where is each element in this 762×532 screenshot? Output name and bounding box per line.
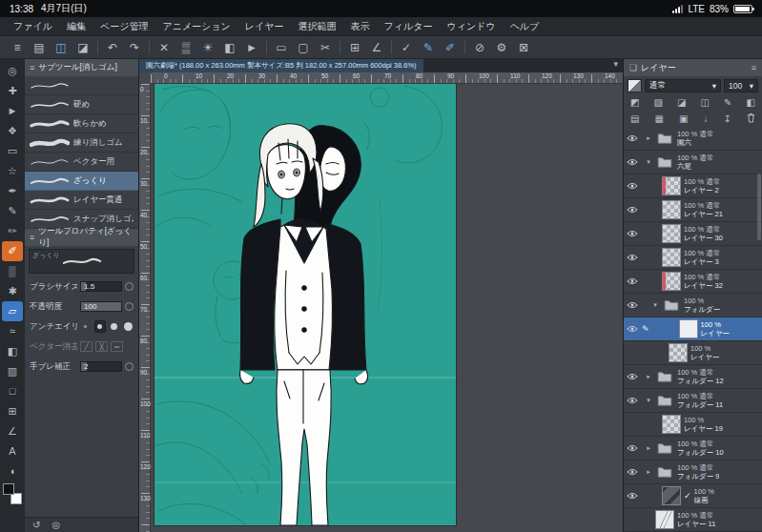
eye-icon[interactable]	[627, 492, 639, 500]
slider-options-icon[interactable]	[125, 362, 134, 371]
property-slider[interactable]: 100	[80, 301, 122, 312]
layer-row[interactable]: ✓100 %線画	[624, 484, 762, 508]
transfer-down-icon[interactable]: ↓	[704, 113, 709, 124]
layer-row[interactable]: ▸100 % 通常フォルダー 9	[624, 460, 762, 484]
stabilization-row[interactable]: 手ブレ補正2	[25, 357, 138, 377]
layer-row[interactable]: ▸100 % 通常フォルダー 10	[624, 437, 762, 460]
text-tool[interactable]: A	[2, 441, 23, 461]
eye-icon[interactable]	[627, 134, 639, 142]
expand-arrow-icon[interactable]: ▸	[645, 373, 652, 380]
clear-outside-selection-icon[interactable]: ▒	[178, 38, 194, 57]
subtool-item[interactable]: 軟らかめ	[25, 114, 138, 133]
menu-item[interactable]: ヘルプ	[510, 20, 540, 33]
panel-menu-icon[interactable]: ≡	[752, 63, 756, 72]
blend-mode-select[interactable]: 通常▾	[645, 79, 721, 92]
vector-erase-row[interactable]: ベクター消去╱╳═	[25, 337, 138, 357]
layer-row[interactable]: 100 % 通常レイヤー 21	[624, 198, 762, 222]
lock-transparent-pixels-icon[interactable]: ▨	[654, 97, 663, 108]
layer-row[interactable]: ▾100 % 通常フォルダー 11	[624, 389, 762, 413]
snap-angle-icon[interactable]: ∠	[369, 38, 384, 57]
eye-icon[interactable]	[627, 254, 639, 261]
layer-row[interactable]: ▸100 % 通常フォルダー 12	[624, 365, 762, 389]
expand-arrow-icon[interactable]: ▸	[645, 134, 652, 142]
gradient-tool[interactable]: ▥	[2, 361, 23, 381]
panel-menu-icon[interactable]: ≡	[30, 63, 34, 72]
new-raster-layer-icon[interactable]: ▤	[630, 113, 639, 124]
vector-erase-option-icon[interactable]: ╱	[80, 341, 93, 352]
reset-view-icon[interactable]: ↺	[32, 520, 40, 530]
spread-view-icon[interactable]: ◫	[53, 38, 69, 57]
anti-aliasing-option[interactable]	[122, 320, 134, 333]
artboard[interactable]	[154, 84, 456, 525]
airbrush-tool[interactable]: ▒	[2, 261, 23, 281]
eye-icon[interactable]	[627, 373, 639, 380]
layer-scrollbar[interactable]	[757, 174, 761, 240]
collapse-arrow-icon[interactable]: ▾	[645, 397, 652, 404]
brush-correct-icon[interactable]: ✐	[443, 38, 458, 57]
mask-enable-icon[interactable]: ◫	[701, 97, 710, 108]
snap-ruler-icon[interactable]: ⊞	[347, 38, 362, 57]
eye-icon[interactable]	[627, 444, 639, 452]
vector-erase-option-icon[interactable]: ╳	[95, 341, 108, 352]
menu-item[interactable]: 編集	[67, 20, 86, 33]
clip-to-below-icon[interactable]: ◩	[630, 97, 639, 108]
menu-item[interactable]: レイヤー	[245, 20, 284, 33]
menu-item[interactable]: 表示	[351, 20, 370, 33]
subtool-item[interactable]: 練り消しゴム	[25, 133, 138, 153]
brightness-icon[interactable]: ☀	[200, 38, 216, 57]
property-slider[interactable]: 2	[80, 361, 122, 372]
brush-tool[interactable]: ✐	[2, 241, 23, 261]
layer-row[interactable]: ▸100 % 通常園六	[624, 127, 762, 151]
figure-tool[interactable]: □	[2, 381, 23, 401]
collapse-arrow-icon[interactable]: ▾	[651, 301, 659, 309]
zoom-tool[interactable]: ◎	[2, 61, 23, 81]
anti-aliasing-option[interactable]	[94, 320, 106, 333]
eraser-tool[interactable]: ▱	[2, 301, 23, 321]
vector-check-icon[interactable]: ✓	[399, 38, 414, 57]
eye-icon[interactable]	[627, 277, 639, 285]
frame-border-tool[interactable]: ⊞	[2, 401, 23, 421]
menu-item[interactable]: ページ管理	[100, 20, 148, 33]
horizontal-ruler[interactable]: 0102030405060708090100110120130140	[151, 72, 623, 84]
anti-aliasing-option[interactable]	[80, 320, 92, 333]
settings-gear-icon[interactable]: ⚙	[494, 38, 509, 57]
decoration-tool[interactable]: ✱	[2, 281, 23, 301]
eye-icon[interactable]	[627, 230, 639, 237]
layer-row[interactable]: ▾100 %フォルダー	[624, 294, 762, 317]
zoom-nav-icon[interactable]: ◎	[51, 520, 60, 530]
merge-down-icon[interactable]: ↧	[724, 113, 731, 124]
opacity-row[interactable]: 不透明度100	[25, 297, 138, 317]
property-slider[interactable]: 1.5	[80, 281, 122, 292]
tab-list-chevron-icon[interactable]: ▾	[613, 59, 618, 69]
menu-item[interactable]: アニメーション	[162, 20, 230, 33]
eye-icon[interactable]	[627, 325, 639, 333]
crop-icon[interactable]: ✂	[318, 38, 333, 57]
fill-icon[interactable]: ◧	[222, 38, 237, 57]
color-swatches[interactable]	[2, 483, 23, 504]
eye-icon[interactable]	[627, 206, 639, 214]
expand-arrow-icon[interactable]: ▸	[645, 468, 652, 476]
move-view-tool[interactable]: ✚	[2, 81, 23, 101]
main-menu-icon[interactable]: ≡	[10, 38, 25, 57]
subtool-item[interactable]: ざっくり	[25, 172, 138, 191]
layer-color-icon[interactable]: ◧	[747, 97, 755, 108]
slider-options-icon[interactable]	[125, 282, 134, 291]
deselect-icon[interactable]: ▢	[296, 38, 311, 57]
menu-item[interactable]: ウィンドウ	[446, 20, 495, 33]
lock-layer-icon[interactable]: ◪	[677, 97, 686, 108]
vector-erase-option-icon[interactable]: ═	[111, 341, 123, 352]
expand-arrow-icon[interactable]: ▸	[645, 444, 652, 452]
collapse-arrow-icon[interactable]: ▾	[645, 158, 652, 166]
layer-row[interactable]: 100 % 通常レイヤー 3	[624, 246, 762, 270]
eye-icon[interactable]	[627, 468, 639, 476]
select-rect-icon[interactable]: ▭	[274, 38, 289, 57]
eye-icon[interactable]	[627, 397, 639, 404]
operation-tool[interactable]: ►	[2, 101, 23, 121]
layer-row[interactable]: 100 % 通常レイヤー 11	[624, 508, 762, 532]
layer-row[interactable]: ▾100 % 通常六尾	[624, 151, 762, 174]
menu-item[interactable]: ファイル	[13, 20, 52, 33]
balloon-tool[interactable]: ◖	[2, 461, 23, 481]
layer-row[interactable]: 100 % 通常レイヤー 30	[624, 222, 762, 246]
publish-icon[interactable]: ►	[244, 38, 259, 57]
eye-icon[interactable]	[627, 182, 639, 190]
